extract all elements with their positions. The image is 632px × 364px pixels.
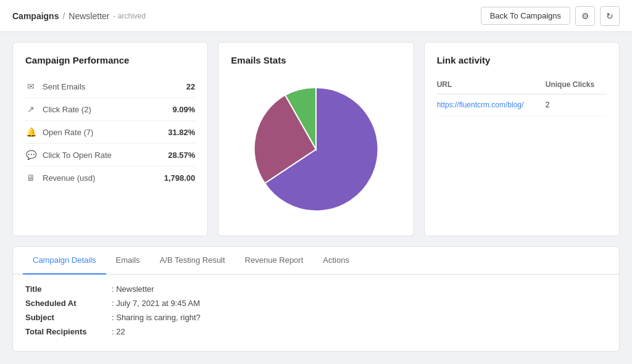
perf-left: ✉ Sent Emails	[25, 81, 85, 91]
campaign-performance-card: Campaign Performance ✉ Sent Emails 22 ↗ …	[12, 42, 208, 236]
refresh-icon: ↻	[606, 11, 613, 21]
detail-row: Total Recipients : 22	[25, 327, 607, 336]
perf-icon: ↗	[25, 104, 36, 114]
perf-label: Click Rate (2)	[43, 105, 91, 114]
header-actions: Back To Campaigns ⚙ ↻	[481, 6, 620, 26]
detail-value: : 22	[112, 327, 125, 336]
detail-value: : Sharing is caring, right?	[112, 313, 201, 322]
breadcrumb-current: Newsletter	[69, 11, 109, 21]
link-activity-title: Link activity	[437, 55, 607, 65]
performance-rows: ✉ Sent Emails 22 ↗ Click Rate (2) 9.09% …	[25, 75, 195, 189]
tabs-bar: Campaign DetailsEmailsA/B Testing Result…	[13, 247, 619, 275]
perf-label: Open Rate (7)	[43, 128, 93, 137]
link-activity-card: Link activity URL Unique Clicks https://…	[424, 42, 620, 236]
perf-left: 🔔 Open Rate (7)	[25, 127, 93, 137]
breadcrumb-separator: /	[62, 11, 65, 21]
detail-value: : July 7, 2021 at 9:45 AM	[112, 299, 200, 308]
tab-content: Title : Newsletter Scheduled At : July 7…	[13, 275, 619, 351]
campaign-performance-title: Campaign Performance	[25, 55, 195, 65]
perf-icon: 🖥	[25, 173, 36, 183]
detail-label: Total Recipients	[25, 327, 112, 336]
campaign-detail-rows: Title : Newsletter Scheduled At : July 7…	[25, 284, 607, 336]
emails-stats-title: Emails Stats	[231, 55, 401, 65]
tab-a/b-testing-result[interactable]: A/B Testing Result	[150, 247, 235, 275]
col-url: URL	[437, 75, 546, 94]
perf-label: Revenue (usd)	[43, 173, 95, 183]
breadcrumb-campaigns[interactable]: Campaigns	[12, 11, 59, 21]
link-table-row: https://fluentcrm.com/blog/ 2	[437, 94, 607, 116]
header: Campaigns / Newsletter - archived Back T…	[0, 0, 632, 32]
perf-value: 22	[186, 82, 195, 91]
perf-value: 31.82%	[168, 128, 195, 137]
col-clicks: Unique Clicks	[546, 75, 607, 94]
pie-chart	[248, 81, 384, 217]
perf-icon: 🔔	[25, 127, 36, 137]
pie-chart-container	[231, 75, 401, 223]
perf-label: Sent Emails	[43, 82, 85, 91]
gear-icon: ⚙	[581, 11, 589, 21]
tab-emails[interactable]: Emails	[106, 247, 150, 275]
perf-value: 1,798.00	[164, 173, 196, 183]
perf-icon: ✉	[25, 81, 36, 91]
perf-left: 🖥 Revenue (usd)	[25, 173, 95, 183]
detail-row: Scheduled At : July 7, 2021 at 9:45 AM	[25, 299, 607, 308]
perf-icon: 💬	[25, 150, 36, 160]
link-clicks-cell: 2	[546, 94, 607, 116]
link-activity-table: URL Unique Clicks https://fluentcrm.com/…	[437, 75, 607, 116]
performance-row: 🖥 Revenue (usd) 1,798.00	[25, 167, 195, 189]
detail-value: : Newsletter	[112, 284, 154, 294]
detail-label: Scheduled At	[25, 299, 112, 308]
breadcrumb: Campaigns / Newsletter - archived	[12, 11, 146, 21]
refresh-button[interactable]: ↻	[600, 6, 620, 26]
performance-row: 🔔 Open Rate (7) 31.82%	[25, 121, 195, 144]
cards-row: Campaign Performance ✉ Sent Emails 22 ↗ …	[12, 42, 620, 236]
perf-left: ↗ Click Rate (2)	[25, 104, 91, 114]
perf-left: 💬 Click To Open Rate	[25, 150, 112, 160]
detail-label: Subject	[25, 313, 112, 322]
tab-revenue-report[interactable]: Revenue Report	[235, 247, 314, 275]
detail-label: Title	[25, 284, 112, 294]
emails-stats-card: Emails Stats	[218, 42, 414, 236]
breadcrumb-badge: - archived	[114, 12, 146, 20]
performance-row: 💬 Click To Open Rate 28.57%	[25, 144, 195, 167]
performance-row: ✉ Sent Emails 22	[25, 75, 195, 98]
link-url-cell: https://fluentcrm.com/blog/	[437, 94, 546, 116]
performance-row: ↗ Click Rate (2) 9.09%	[25, 98, 195, 121]
tab-actions[interactable]: Actions	[313, 247, 359, 275]
gear-button[interactable]: ⚙	[575, 6, 595, 26]
perf-value: 9.09%	[172, 105, 195, 114]
perf-value: 28.57%	[168, 151, 195, 160]
perf-label: Click To Open Rate	[43, 151, 112, 160]
detail-row: Subject : Sharing is caring, right?	[25, 313, 607, 322]
detail-row: Title : Newsletter	[25, 284, 607, 294]
main-content: Campaign Performance ✉ Sent Emails 22 ↗ …	[0, 32, 632, 362]
bottom-panel: Campaign DetailsEmailsA/B Testing Result…	[12, 246, 620, 352]
link-table-body: https://fluentcrm.com/blog/ 2	[437, 94, 607, 116]
back-to-campaigns-button[interactable]: Back To Campaigns	[481, 7, 570, 25]
link-url[interactable]: https://fluentcrm.com/blog/	[437, 101, 524, 109]
tab-campaign-details[interactable]: Campaign Details	[23, 247, 106, 275]
